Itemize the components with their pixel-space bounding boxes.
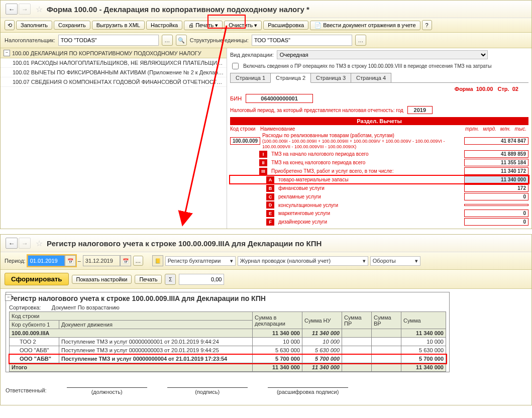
tree-root[interactable]: −100.00 ДЕКЛАРАЦИЯ ПО КОРПОРАТИВНОМУ ПОД… xyxy=(1,48,227,58)
back-button[interactable]: ← xyxy=(6,238,18,249)
tree-item[interactable]: 100.02 ВЫЧЕТЫ ПО ФИКСИРОВАННЫМ АКТИВАМ (… xyxy=(1,68,227,77)
collapse-icon[interactable]: − xyxy=(4,50,10,56)
ledger-icon: 📒 xyxy=(152,255,163,266)
sigma-value xyxy=(179,274,224,285)
clear-button[interactable]: Очистить ▾ xyxy=(224,21,262,30)
signature-position: (должность) xyxy=(67,387,147,395)
forward-button[interactable]: → xyxy=(19,238,31,249)
form-row[interactable]: IIIПриобретено ТМЗ, работ и услуг всего,… xyxy=(230,167,528,175)
period-label: Период: xyxy=(5,258,26,264)
decl-type-select[interactable]: Очередная xyxy=(277,50,488,59)
tab-page-3[interactable]: Страница 3 xyxy=(310,73,351,82)
col-code: Код строки xyxy=(230,126,260,132)
turnover-select[interactable]: Обороты▾ xyxy=(370,256,420,266)
calendar-icon[interactable]: 📅 xyxy=(120,255,131,266)
year-field[interactable]: 2019 xyxy=(407,106,433,114)
ledger-select[interactable]: Регистр бухгалтерии▾ xyxy=(165,256,236,266)
form-row[interactable]: Dконсультационные услуги xyxy=(230,201,528,208)
form-row[interactable]: Bфинансовые услуги172 xyxy=(230,184,528,192)
period-select-button[interactable]: … xyxy=(133,256,143,266)
decl-type-label: Вид декларации: xyxy=(230,52,274,58)
report-title: Регистр налогового учета к строке 100.00… xyxy=(9,294,446,302)
sort-label: Сортировка: xyxy=(9,304,41,310)
form-row[interactable]: 100.00.009Расходы по реализованным товар… xyxy=(230,133,528,149)
payer-label: Налогоплательщик: xyxy=(5,37,55,43)
signature-sign: (подпись) xyxy=(167,387,248,395)
form-pane: Вид декларации: Очередная Включать сведе… xyxy=(227,48,531,229)
table-row[interactable]: ООО "АБВ"Поступление ТМЗ и услуг 0000000… xyxy=(10,346,446,355)
tree-item[interactable]: 100.07 СВЕДЕНИЯ О КОМПОНЕНТАХ ГОДОВОЙ ФИ… xyxy=(1,77,227,87)
report-table: Код строки Сумма в декларации Сумма НУ С… xyxy=(9,311,446,372)
forward-button[interactable]: → xyxy=(19,4,31,15)
payer-field[interactable] xyxy=(58,35,159,46)
tree-item[interactable]: 100.01 РАСХОДЫ НАЛОГОПЛАТЕЛЬЩИКОВ, НЕ ЯВ… xyxy=(1,58,227,68)
enter-doc-button[interactable]: 📄 Ввести документ отражения в учете xyxy=(310,21,420,30)
tab-page-2[interactable]: Страница 2 xyxy=(270,73,311,83)
payer-lookup-button[interactable]: … xyxy=(162,35,173,46)
run-button[interactable]: Сформировать xyxy=(5,273,69,285)
sort-value: Документ По возрастанию xyxy=(52,304,120,310)
payer-open-button[interactable]: 🔍 xyxy=(176,35,187,46)
save-button[interactable]: Сохранить xyxy=(54,21,90,30)
table-row[interactable]: ООО "АБВ"Поступление ТМЗ и услуг 0000000… xyxy=(10,355,446,363)
form-row[interactable]: Eмаркетинговые услуги0 xyxy=(230,210,528,217)
units-field[interactable] xyxy=(252,35,352,46)
bin-field[interactable]: 064000000001 xyxy=(246,94,313,103)
setup-button[interactable]: Настройка xyxy=(146,21,182,30)
tab-page-4[interactable]: Страница 4 xyxy=(351,73,391,82)
period-text: Налоговый период, за который представляе… xyxy=(230,108,403,113)
refresh-icon[interactable]: ⟲ xyxy=(5,20,15,30)
include-pr-checkbox[interactable] xyxy=(232,63,239,69)
star-icon[interactable]: ☆ xyxy=(36,239,43,248)
tab-page-1[interactable]: Страница 1 xyxy=(230,73,271,82)
signature-name: (расшифровка подписи) xyxy=(268,387,348,395)
col-name: Наименование xyxy=(260,126,463,132)
calendar-icon[interactable]: 📅 xyxy=(65,255,76,266)
help-button[interactable]: ? xyxy=(422,20,432,30)
bin-label: БИН xyxy=(230,95,242,101)
show-settings-button[interactable]: Показать настройки xyxy=(72,275,132,284)
include-pr-label: Включать сведения о ПР операциях по ТМЗ … xyxy=(243,63,491,69)
star-icon[interactable]: ☆ xyxy=(36,5,43,14)
print-button[interactable]: 🖨 Печать ▾ xyxy=(184,21,223,30)
fill-button[interactable]: Заполнить xyxy=(16,21,52,30)
window-title: Регистр налогового учета к строке 100.00… xyxy=(47,239,322,248)
back-button[interactable]: ← xyxy=(6,4,18,15)
window-title: Форма 100.00 - Декларация по корпоративн… xyxy=(47,5,309,14)
form-row[interactable]: IТМЗ на начало налогового периода всего4… xyxy=(230,150,528,158)
collapse-icon[interactable]: − xyxy=(5,294,12,301)
date-from-field[interactable]: 01.01.2019 xyxy=(28,255,65,266)
tree-pane: −100.00 ДЕКЛАРАЦИЯ ПО КОРПОРАТИВНОМУ ПОД… xyxy=(1,48,227,229)
sigma-icon: Σ xyxy=(165,274,176,285)
units-lookup-button[interactable]: … xyxy=(355,35,366,46)
form-row[interactable]: Aтоваро-материальные запасы11 340 000 xyxy=(230,176,528,183)
journal-select[interactable]: Журнал проводок (налоговый учет)▾ xyxy=(238,256,368,266)
responsible-label: Ответственный: xyxy=(6,387,47,395)
date-to-field[interactable]: 31.12.2019 xyxy=(83,255,120,266)
form-row[interactable]: Fдизайнерские услуги0 xyxy=(230,218,528,226)
form-row[interactable]: IIТМЗ на конец налогового периода всего1… xyxy=(230,159,528,166)
form-row[interactable]: Cрекламные услуги0 xyxy=(230,193,528,200)
print-button[interactable]: Печать xyxy=(135,275,162,284)
col-units: трлн.млрд.млн.тыс. xyxy=(463,126,528,132)
decode-button[interactable]: Расшифровка xyxy=(263,21,308,30)
group-row[interactable]: 100.00.009.IIIA11 340 00011 340 00011 34… xyxy=(10,329,446,338)
table-row[interactable]: ТОО 2Поступление ТМЗ и услуг 00000000001… xyxy=(10,338,446,346)
units-label: Структурные единицы: xyxy=(190,37,249,43)
export-xml-button[interactable]: Выгрузить в XML xyxy=(92,21,145,30)
section-header: Раздел. Вычеты xyxy=(230,117,528,125)
